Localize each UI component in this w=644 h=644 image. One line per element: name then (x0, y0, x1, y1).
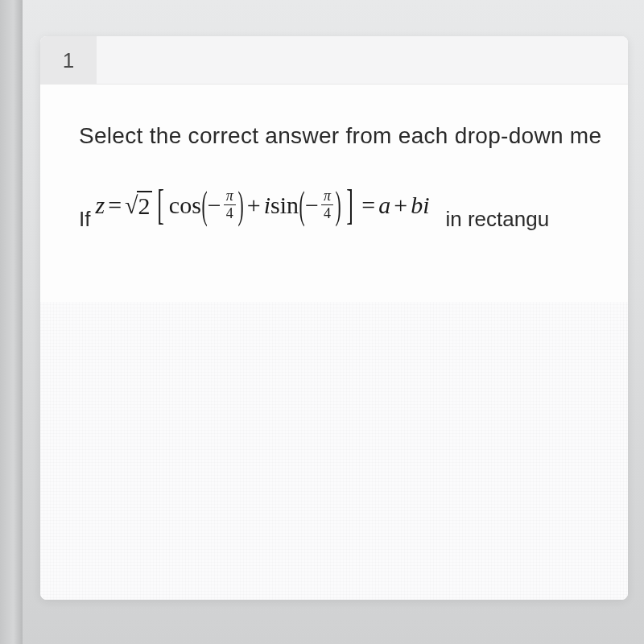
trailing-text: in rectangu (446, 207, 550, 232)
four-1: 4 (224, 205, 236, 222)
lparen-1: ( (201, 183, 207, 227)
sqrt-term: √ 2 (125, 191, 151, 220)
equation-row: If z = √ 2 [ cos ( − π 4 ) + i sin (40, 149, 628, 232)
var-z: z (95, 192, 105, 219)
i-1: i (264, 192, 270, 219)
question-card: 1 Select the correct answer from each dr… (40, 36, 628, 600)
sqrt-arg: 2 (137, 191, 152, 220)
pi-1: π (224, 188, 236, 205)
pi-2: π (321, 188, 333, 205)
card-body-blank (40, 302, 628, 600)
left-bracket: [ (157, 181, 164, 229)
var-a: a (378, 192, 390, 219)
instruction-text: Select the correct answer from each drop… (40, 85, 628, 149)
photo-background: 1 Select the correct answer from each dr… (0, 0, 644, 644)
equation: z = √ 2 [ cos ( − π 4 ) + i sin ( (95, 181, 429, 229)
plus-2: + (394, 192, 407, 219)
frac-pi4-2: π 4 (321, 188, 333, 222)
question-tab-bar: 1 (40, 36, 628, 85)
frac-pi4-1: π 4 (224, 188, 236, 222)
equals-2: = (361, 192, 375, 219)
var-b: b (411, 192, 423, 219)
i-2: i (423, 192, 429, 219)
neg-1: − (208, 192, 221, 219)
rparen-2: ) (335, 183, 341, 227)
lparen-2: ( (299, 183, 304, 227)
question-number-tab[interactable]: 1 (40, 36, 97, 85)
rparen-1: ) (237, 183, 243, 227)
if-label: If (79, 207, 90, 232)
neg-2: − (305, 192, 319, 219)
right-bracket: ] (346, 181, 353, 229)
four-2: 4 (321, 205, 333, 222)
sin-label: sin (270, 192, 299, 219)
cos-label: cos (169, 192, 201, 219)
question-number: 1 (63, 48, 74, 73)
equals-sign: = (108, 192, 122, 219)
screen-bezel (0, 0, 23, 644)
plus-1: + (247, 192, 261, 219)
